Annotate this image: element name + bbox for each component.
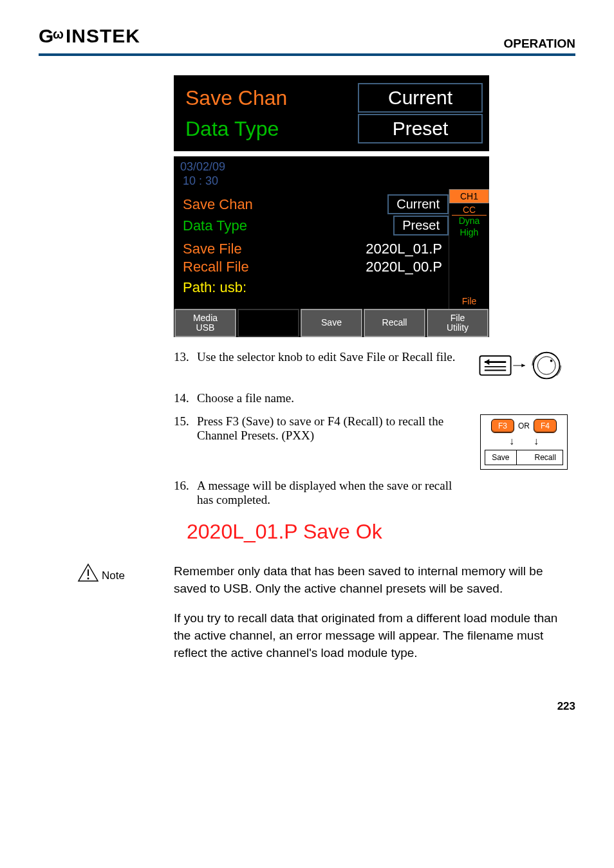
- device-screen: 03/02/09 10 : 30 Save Chan Current Data …: [174, 156, 489, 337]
- step-15-text: Press F3 (Save) to save or F4 (Recall) t…: [197, 414, 472, 443]
- svg-point-10: [537, 356, 555, 374]
- step-16: 16. A message will be displayed when the…: [174, 479, 575, 507]
- f3-f4-figure: F3 OR F4 ↓ ↓ Save Recall: [480, 414, 568, 470]
- svg-marker-5: [485, 359, 489, 365]
- brand-logo-svg: G ω INSTEK: [39, 26, 161, 46]
- date: 03/02/09: [180, 160, 483, 174]
- arrow-down-icon: ↓: [509, 436, 514, 447]
- f3-button-icon: F3: [491, 419, 514, 433]
- svg-point-14: [88, 578, 89, 580]
- softkey-save[interactable]: Save: [301, 309, 362, 337]
- section-title: OPERATION: [503, 37, 575, 51]
- f4-button-icon: F4: [534, 419, 557, 433]
- svg-text:INSTEK: INSTEK: [66, 26, 140, 46]
- softkey-empty: [237, 309, 299, 337]
- sc-save-chan-value: Current: [387, 194, 449, 214]
- save-chan-label: Save Chan: [185, 86, 287, 110]
- step-15-num: 15.: [174, 414, 197, 429]
- note-p1: Remember only data that has been saved t…: [174, 563, 575, 597]
- screen-highlight: Save Chan Current Data Type Preset: [174, 75, 489, 151]
- svg-rect-3: [479, 356, 510, 375]
- save-ok-message: 2020L_01.P Save Ok: [187, 520, 575, 544]
- timestamp: 03/02/09 10 : 30: [174, 156, 489, 189]
- or-label: OR: [518, 421, 530, 430]
- recall-label: Recall: [528, 450, 563, 465]
- softkey-f5a: File: [451, 313, 465, 323]
- softkey-media-usb[interactable]: Media USB: [174, 309, 236, 337]
- step-16-text: A message will be displayed when the sav…: [197, 479, 472, 507]
- softkey-f1b: USB: [196, 323, 215, 333]
- side-high: High: [449, 227, 489, 237]
- selector-knob-icon: [472, 350, 575, 382]
- time: 10 : 30: [180, 174, 483, 189]
- page-number: 223: [39, 700, 575, 713]
- step-14-text: Choose a file name.: [197, 391, 472, 405]
- step-13-num: 13.: [174, 350, 197, 364]
- save-label: Save: [485, 450, 516, 465]
- side-panel: CH1 CC Dyna High File: [449, 189, 489, 309]
- page-header: G ω INSTEK OPERATION: [39, 26, 575, 56]
- step-16-num: 16.: [174, 479, 197, 493]
- sc-recall-file-label: Recall File: [183, 259, 249, 275]
- arrow-down-icon: ↓: [534, 436, 539, 447]
- data-type-value: Preset: [358, 114, 483, 143]
- sc-save-file-value: 2020L_01.P: [366, 241, 449, 257]
- svg-point-11: [550, 360, 553, 362]
- softkey-f5b: Utility: [447, 323, 469, 333]
- side-cc: CC: [452, 203, 487, 216]
- step-14-num: 14.: [174, 391, 197, 405]
- sc-save-file-label: Save File: [183, 241, 242, 257]
- save-chan-value: Current: [358, 83, 483, 113]
- side-file: File: [449, 296, 489, 309]
- side-dyna: Dyna: [449, 216, 489, 226]
- sc-path-label: Path: usb:: [183, 279, 247, 296]
- brand-logo: G ω INSTEK: [39, 26, 161, 51]
- svg-text:G: G: [39, 26, 54, 46]
- softkey-recall[interactable]: Recall: [364, 309, 425, 337]
- step-14: 14. Choose a file name.: [174, 391, 575, 405]
- svg-marker-8: [521, 364, 525, 367]
- note-label: Note: [102, 563, 125, 582]
- softkey-f1a: Media: [193, 313, 218, 323]
- step-15: 15. Press F3 (Save) to save or F4 (Recal…: [174, 414, 575, 470]
- side-ch: CH1: [449, 189, 489, 203]
- note-p2: If you try to recall data that originate…: [174, 610, 575, 661]
- step-13-text: Use the selector knob to edit Save File …: [197, 350, 472, 364]
- sc-save-chan-label: Save Chan: [183, 196, 253, 213]
- soft-key-row: Media USB Save Recall File Utility: [174, 309, 489, 337]
- data-type-label: Data Type: [185, 117, 279, 141]
- svg-text:ω: ω: [53, 27, 64, 41]
- sc-data-type-label: Data Type: [183, 217, 247, 234]
- softkey-file-utility[interactable]: File Utility: [427, 309, 488, 337]
- sc-recall-file-value: 2020L_00.P: [366, 259, 449, 275]
- step-13: 13. Use the selector knob to edit Save F…: [174, 350, 575, 382]
- note-icon: Note: [39, 563, 174, 674]
- sc-data-type-value: Preset: [393, 216, 449, 235]
